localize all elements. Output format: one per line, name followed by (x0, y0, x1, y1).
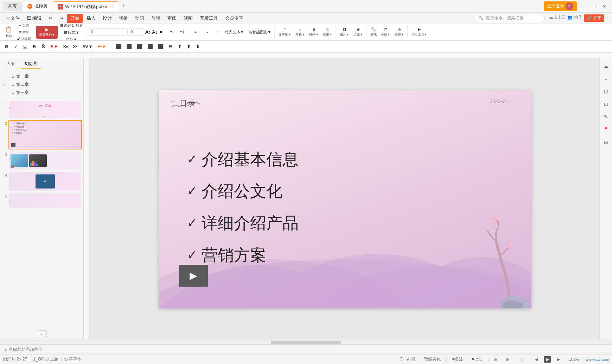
undo-button[interactable]: ↩ (45, 14, 56, 22)
numbering-button[interactable]: ≡1 (178, 29, 187, 35)
tab-active-ppt[interactable]: P WPS PPT教程.pptx ● ✕ (53, 1, 119, 11)
align-right-button[interactable]: ⬛ (135, 43, 144, 50)
style-button[interactable]: ◇ 效果▼ (321, 26, 334, 38)
chapter-item-1[interactable]: ▲ 第一章 (9, 72, 31, 81)
menu-insert[interactable]: 插入 (83, 14, 99, 23)
play-slide-button[interactable]: ▶ (544, 356, 551, 363)
shapes-button[interactable]: ○ 形状▼ (294, 27, 307, 38)
add-slide-button[interactable]: + (37, 330, 47, 338)
tab-template[interactable]: W 找模板 (23, 2, 52, 11)
redo-button[interactable]: ↪ (56, 14, 67, 22)
font-decrease-icon[interactable]: A↓ (152, 29, 158, 35)
notes-button[interactable]: ■备注 (450, 356, 466, 363)
col-spacing-button[interactable]: ⊟ (167, 43, 174, 50)
select-button[interactable]: ⊹ 选择▼ (393, 26, 406, 38)
char-spacing-button[interactable]: AV▼ (81, 43, 95, 50)
shadow-button[interactable]: S̈ (39, 43, 47, 50)
align-center-button[interactable]: ⬛ (125, 43, 134, 50)
valign-mid-button[interactable]: ⬆ (185, 43, 193, 50)
strikethrough-button[interactable]: S (30, 43, 38, 50)
section-button[interactable]: □ 节▼ (58, 36, 85, 41)
font-name-input[interactable] (89, 28, 128, 36)
paste-button[interactable]: 📋 粘贴 (4, 25, 14, 39)
arrange-button[interactable]: ⊕ 排列▼ (307, 26, 320, 38)
slide-canvas[interactable]: 目录 2023-7-11 ✓ 介绍基本信息 ✓ 介绍公文化 ✓ 详细介绍产品 (159, 90, 531, 308)
menu-file[interactable]: ≡ 文件 (3, 14, 23, 23)
cut-button[interactable]: ✂ 剪切 (15, 24, 32, 28)
menu-edit[interactable]: 🖫 编辑 (23, 14, 45, 23)
menu-animation[interactable]: 动画 (132, 14, 148, 23)
italic-button[interactable]: I (12, 43, 20, 50)
justify-button[interactable]: ⬛ (146, 43, 155, 50)
more-options[interactable]: ··· (606, 14, 609, 22)
slide-thumb-1[interactable]: PPT花样 -PPT- (8, 100, 82, 119)
fill-button[interactable]: ◈ 填充▼ (352, 26, 365, 38)
close-button[interactable]: ✕ (599, 2, 609, 10)
current-page-button[interactable]: ▶ 当页开始▼ (36, 26, 58, 39)
add-tab-button[interactable]: + (122, 2, 126, 10)
subscript-button[interactable]: X₂ (61, 43, 70, 50)
reading-view-button[interactable]: 📄 (515, 356, 526, 363)
copy-button[interactable]: ⧉ 复制 (15, 29, 32, 35)
cloud-icon[interactable]: ☁未上云 (549, 14, 566, 22)
menu-start[interactable]: 开始 (67, 14, 83, 23)
collab-icon[interactable]: 👥 协作 (567, 14, 582, 22)
right-cloud-button[interactable]: ☁ (601, 61, 611, 71)
comment-button[interactable]: ■批注 (469, 356, 485, 363)
menu-slideshow[interactable]: 放映 (148, 14, 164, 23)
share-button[interactable]: 🔗 分享 (584, 14, 604, 22)
font-info[interactable]: 缺字字体 (64, 356, 81, 362)
layout-button[interactable]: ⊟ 版式▼ (58, 29, 85, 36)
find-button[interactable]: 🔍 查找 (369, 26, 378, 38)
chapter-item-3[interactable]: ▲ 第三章 (9, 89, 31, 97)
normal-view-button[interactable]: ⊞ (491, 356, 501, 363)
menu-member[interactable]: 会员专享 (222, 14, 247, 23)
format-painter-button[interactable]: 🖌 格式刷 (15, 36, 32, 41)
next-slide-button[interactable]: ▶ (554, 356, 563, 363)
slide-video-element[interactable]: ▶ (179, 265, 208, 287)
lang-button[interactable]: CH 办简 (397, 356, 418, 363)
valign-top-button[interactable]: ⬆ (176, 43, 184, 50)
horizontal-scrollbar[interactable] (0, 340, 612, 344)
menu-review[interactable]: 审阅 (164, 14, 180, 23)
line-spacing-button[interactable]: ↕ (212, 29, 222, 35)
minimize-button[interactable]: — (580, 2, 589, 10)
right-grid-button[interactable]: ⊞ (601, 137, 611, 147)
slide-item-5[interactable]: 5 ★ (1, 193, 82, 209)
slide-item-2[interactable]: 2 —— ✓ 介绍基本信息 ✓ 介绍公文化 ✓ 详细介绍产品 ✓ 营销方案 ★ (1, 120, 82, 149)
prev-slide-button[interactable]: ◀ (532, 356, 541, 363)
right-expand-button[interactable]: ⊡ (601, 99, 611, 109)
align-left-button[interactable]: ⬛ (114, 43, 123, 50)
font-size-input[interactable] (129, 28, 144, 36)
login-button[interactable]: 立即登录 tE (544, 1, 577, 11)
search-box[interactable]: 🔍 查找命令、搜索模板 (474, 14, 545, 22)
right-menu-button[interactable]: ≡ (601, 74, 611, 84)
bold-button[interactable]: B (3, 43, 11, 50)
tab-slides[interactable]: 幻灯片 (21, 60, 41, 69)
right-shape-button[interactable]: ⬡ (601, 87, 611, 96)
new-slide-button[interactable]: ⊞ 新建幻灯片 (58, 24, 85, 29)
smart-button[interactable]: 智能美化 (421, 356, 444, 363)
present-tools-button[interactable]: ▶ 演示工具▼ (410, 26, 429, 38)
superscript-button[interactable]: X² (71, 43, 79, 50)
distributed-button[interactable]: ⬛ (156, 43, 165, 50)
font-color-button[interactable]: A▼ (49, 43, 60, 50)
textbox-button[interactable]: T 文本框▼ (277, 27, 293, 38)
right-pin-button[interactable]: 📍 (601, 124, 611, 134)
chapter-item-2[interactable]: ▲ 第二章 (9, 81, 31, 89)
highlight-button[interactable]: ✏▼ (96, 43, 108, 50)
clear-format-icon[interactable]: ✕ (159, 29, 163, 35)
slide-thumb-5[interactable] (8, 193, 82, 209)
maximize-button[interactable]: □ (589, 2, 599, 10)
indent-left-button[interactable]: ⇤ (191, 29, 201, 35)
outline-view-button[interactable]: ⊟ (503, 356, 512, 363)
indent-right-button[interactable]: ⇥ (202, 29, 212, 35)
image-button[interactable]: 🖼 图片▼ (338, 27, 351, 38)
slide-thumb-4[interactable]: —— 🏔 (8, 172, 82, 191)
menu-view[interactable]: 视图 (180, 14, 196, 23)
menu-developer[interactable]: 开发工具 (196, 14, 222, 23)
valign-bot-button[interactable]: ⬇ (194, 43, 202, 50)
slide-item-4[interactable]: 4 —— 🏔 ★ (1, 172, 82, 191)
tab-close-button[interactable]: ✕ (111, 4, 115, 9)
slide-item-1[interactable]: 1 PPT花样 -PPT- ★ (1, 100, 82, 119)
